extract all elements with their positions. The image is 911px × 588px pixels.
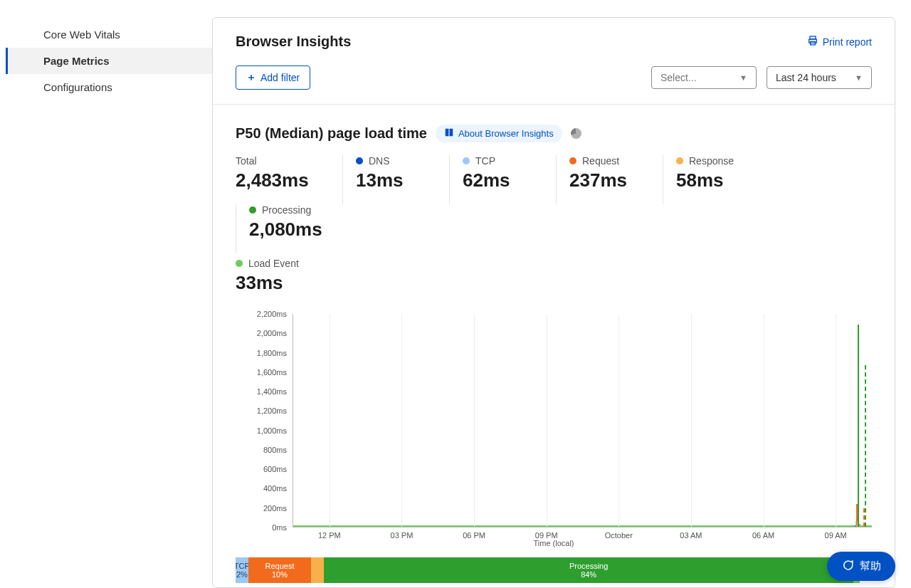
legend-dot (249, 206, 256, 214)
add-filter-button[interactable]: ＋ Add filter (236, 65, 310, 90)
topbar: Browser Insights Print report ＋ Add filt… (213, 18, 895, 105)
y-tick: 800ms (263, 446, 287, 454)
sidebar-item-page-metrics[interactable]: Page Metrics (6, 48, 212, 74)
x-tick: 03 AM (680, 531, 702, 540)
y-tick: 0ms (272, 523, 287, 532)
metric-label: Total (236, 155, 257, 167)
x-axis-label: Time (local) (533, 539, 574, 547)
y-tick: 1,400ms (257, 387, 287, 396)
y-tick: 200ms (263, 504, 287, 513)
main-panel: Browser Insights Print report ＋ Add filt… (212, 17, 895, 588)
metric-value: 2,483ms (236, 169, 322, 191)
metric-label: DNS (369, 155, 390, 167)
help-label: 幫助 (860, 560, 881, 573)
metric-processing: Processing 2,080ms (236, 204, 342, 253)
timerange-label: Last 24 hours (776, 72, 836, 83)
filter-select[interactable]: Select... ▼ (651, 66, 757, 89)
metric-label: Load Event (248, 258, 299, 269)
y-tick: 1,000ms (257, 426, 287, 435)
metric-total: Total 2,483ms (236, 155, 342, 204)
timeseries-chart: 0ms200ms400ms600ms800ms1,000ms1,200ms1,4… (236, 314, 872, 549)
about-link-label: About Browser Insights (458, 128, 554, 139)
y-tick: 1,600ms (257, 368, 287, 377)
x-tick: 06 PM (463, 531, 485, 540)
legend-dot (569, 157, 576, 164)
stacked-segment: Processing84% (324, 557, 853, 583)
sidebar-item-core-web-vitals[interactable]: Core Web Vitals (6, 21, 212, 48)
print-report-link[interactable]: Print report (807, 35, 872, 48)
pie-chart-icon[interactable] (571, 128, 581, 139)
x-tick: 09 AM (825, 531, 847, 540)
y-tick: 400ms (263, 484, 287, 493)
series-spike (859, 524, 860, 527)
filter-select-placeholder: Select... (660, 72, 697, 83)
timerange-select[interactable]: Last 24 hours ▼ (767, 66, 872, 89)
content: P50 (Median) page load time About Browse… (213, 105, 895, 583)
metric-value: 33ms (236, 272, 322, 294)
legend-dot (676, 157, 683, 164)
baseline-series (293, 525, 872, 527)
legend-dot (236, 260, 243, 267)
x-tick: 12 PM (318, 531, 341, 540)
y-axis: 0ms200ms400ms600ms800ms1,000ms1,200ms1,4… (236, 314, 293, 549)
series-spike (858, 325, 859, 527)
x-tick: October (605, 531, 633, 540)
about-link[interactable]: About Browser Insights (436, 125, 562, 142)
sidebar: Core Web Vitals Page Metrics Configurati… (6, 17, 212, 588)
y-tick: 2,000ms (257, 329, 287, 337)
metric-load-event: Load Event 33ms (236, 258, 342, 307)
legend-dot (463, 157, 470, 164)
help-button[interactable]: 幫助 (827, 552, 895, 581)
metric-value: 58ms (676, 169, 749, 191)
chevron-down-icon: ▼ (739, 73, 747, 82)
stacked-segment: Request10% (248, 557, 312, 583)
print-report-label: Print report (823, 36, 872, 48)
metric-label: Request (582, 155, 619, 167)
y-tick: 600ms (263, 465, 287, 473)
stacked-segment (311, 557, 324, 583)
book-icon (444, 127, 454, 140)
stacked-breakdown-bar: TCP2%Request10%Processing84% (236, 557, 866, 583)
x-tick: 06 AM (752, 531, 774, 540)
metric-label: Response (689, 155, 734, 167)
metric-label: TCP (475, 155, 495, 167)
metrics-row: Total 2,483ms DNS 13ms TCP 62ms Request … (236, 155, 872, 253)
chevron-down-icon: ▼ (855, 73, 863, 82)
plus-icon: ＋ (246, 71, 256, 84)
sidebar-item-configurations[interactable]: Configurations (6, 74, 212, 100)
metric-value: 2,080ms (249, 219, 322, 241)
metric-dns: DNS 13ms (342, 155, 449, 204)
y-tick: 1,800ms (257, 349, 287, 357)
y-tick: 2,200ms (257, 310, 287, 318)
y-tick: 1,200ms (257, 406, 287, 415)
section-title: P50 (Median) page load time (236, 125, 427, 142)
metric-value: 237ms (569, 169, 643, 191)
chat-icon (841, 559, 854, 574)
print-icon (807, 35, 818, 48)
metric-tcp: TCP 62ms (449, 155, 556, 204)
page-title: Browser Insights (236, 33, 351, 50)
metric-value: 13ms (356, 169, 429, 191)
metric-value: 62ms (463, 169, 536, 191)
metric-response: Response 58ms (663, 155, 769, 204)
stacked-segment: TCP2% (236, 557, 248, 583)
plot-area: 12 PM03 PM06 PM09 PMOctober03 AM06 AM09 … (293, 314, 872, 527)
x-tick: 03 PM (391, 531, 414, 540)
metric-request: Request 237ms (556, 155, 663, 204)
legend-dot (356, 157, 363, 164)
metric-label: Processing (262, 204, 311, 216)
add-filter-label: Add filter (260, 72, 300, 83)
